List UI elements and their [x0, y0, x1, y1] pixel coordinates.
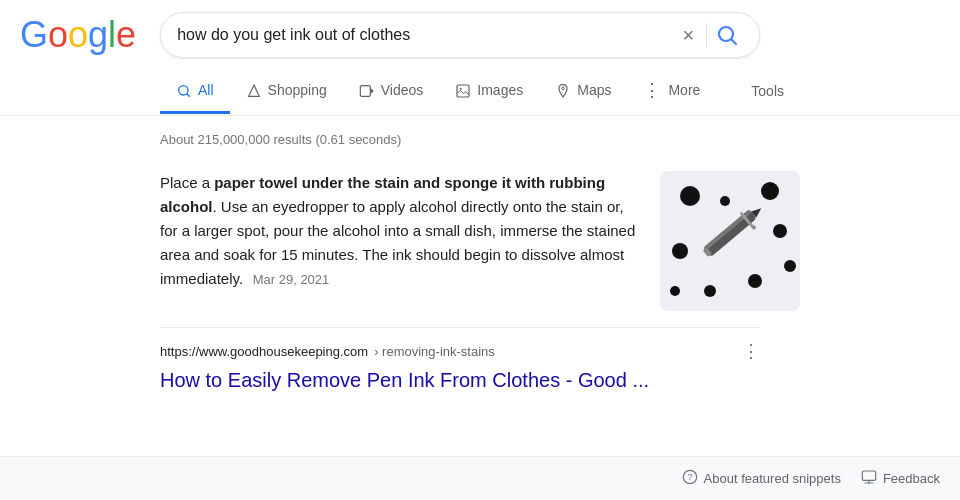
- results-area: About 215,000,000 results (0.61 seconds)…: [0, 116, 960, 402]
- tab-maps[interactable]: Maps: [539, 69, 627, 113]
- tab-all[interactable]: All: [160, 69, 230, 113]
- about-snippets-label: About featured snippets: [704, 471, 841, 486]
- svg-rect-5: [360, 85, 370, 96]
- search-result-0: https://www.goodhousekeeping.com › remov…: [160, 327, 760, 402]
- tab-images-icon: [455, 81, 471, 98]
- result-menu-icon[interactable]: ⋮: [742, 340, 760, 362]
- search-icon: [715, 23, 739, 47]
- svg-rect-7: [457, 85, 469, 97]
- svg-text:?: ?: [687, 472, 692, 482]
- snippet-text: Place a paper towel under the stain and …: [160, 171, 640, 311]
- tab-videos-label: Videos: [381, 82, 424, 98]
- tab-images[interactable]: Images: [439, 69, 539, 113]
- tab-shopping-label: Shopping: [268, 82, 327, 98]
- logo-letter-o1: o: [48, 14, 68, 56]
- tab-shopping-icon: [246, 81, 262, 98]
- svg-point-14: [672, 243, 688, 259]
- result-breadcrumb: › removing-ink-stains: [374, 344, 495, 359]
- featured-snippet: Place a paper towel under the stain and …: [160, 159, 800, 327]
- svg-point-13: [773, 224, 787, 238]
- logo-letter-o2: o: [68, 14, 88, 56]
- tools-button[interactable]: Tools: [735, 71, 800, 111]
- snippet-text-prefix: Place a: [160, 174, 214, 191]
- tab-maps-label: Maps: [577, 82, 611, 98]
- footer-bar: ? About featured snippets Feedback: [0, 456, 960, 500]
- tab-all-label: All: [198, 82, 214, 98]
- snippet-image: [660, 171, 800, 311]
- tab-videos[interactable]: Videos: [343, 69, 440, 113]
- result-url: https://www.goodhousekeeping.com: [160, 344, 368, 359]
- google-logo[interactable]: G o o g l e: [20, 14, 136, 56]
- logo-letter-e: e: [116, 14, 136, 56]
- tab-more[interactable]: ⋮ More: [627, 67, 716, 116]
- logo-letter-g2: g: [88, 14, 108, 56]
- search-bar: how do you get ink out of clothes ×: [160, 12, 760, 58]
- tab-all-icon: [176, 81, 192, 98]
- feedback-item[interactable]: Feedback: [861, 469, 940, 488]
- svg-point-11: [680, 186, 700, 206]
- snippet-text-suffix: . Use an eyedropper to apply alcohol dir…: [160, 198, 635, 287]
- tab-more-label: More: [668, 82, 700, 98]
- header: G o o g l e how do you get ink out of cl…: [0, 0, 960, 66]
- results-stats: About 215,000,000 results (0.61 seconds): [160, 124, 800, 159]
- svg-point-9: [562, 87, 565, 90]
- feedback-label: Feedback: [883, 471, 940, 486]
- tab-shopping[interactable]: Shopping: [230, 69, 343, 113]
- tab-videos-icon: [359, 81, 375, 98]
- about-snippets-item[interactable]: ? About featured snippets: [682, 469, 841, 488]
- tab-maps-icon: [555, 81, 571, 98]
- svg-line-3: [187, 93, 190, 96]
- svg-marker-6: [370, 87, 373, 94]
- tab-more-icon: ⋮: [643, 79, 662, 101]
- search-input[interactable]: how do you get ink out of clothes: [177, 26, 674, 44]
- svg-point-19: [720, 196, 730, 206]
- search-clear-button[interactable]: ×: [674, 24, 702, 47]
- svg-point-12: [761, 182, 779, 200]
- result-title[interactable]: How to Easily Remove Pen Ink From Clothe…: [160, 369, 649, 391]
- snippet-image-svg: [660, 171, 800, 311]
- feedback-icon: [861, 469, 877, 488]
- svg-point-15: [748, 274, 762, 288]
- svg-rect-28: [862, 471, 875, 480]
- snippets-help-icon: ?: [682, 469, 698, 488]
- tab-images-label: Images: [477, 82, 523, 98]
- snippet-date: Mar 29, 2021: [249, 272, 329, 287]
- svg-marker-4: [248, 85, 259, 96]
- svg-point-18: [784, 260, 796, 272]
- search-divider: [706, 23, 707, 47]
- svg-point-17: [670, 286, 680, 296]
- svg-point-16: [704, 285, 716, 297]
- search-submit-button[interactable]: [711, 23, 743, 47]
- nav-tabs: All Shopping Videos Images: [0, 66, 960, 116]
- logo-letter-l: l: [108, 14, 116, 56]
- svg-line-1: [732, 40, 737, 45]
- svg-point-8: [460, 87, 462, 89]
- logo-letter-g: G: [20, 14, 48, 56]
- result-url-row: https://www.goodhousekeeping.com › remov…: [160, 340, 760, 362]
